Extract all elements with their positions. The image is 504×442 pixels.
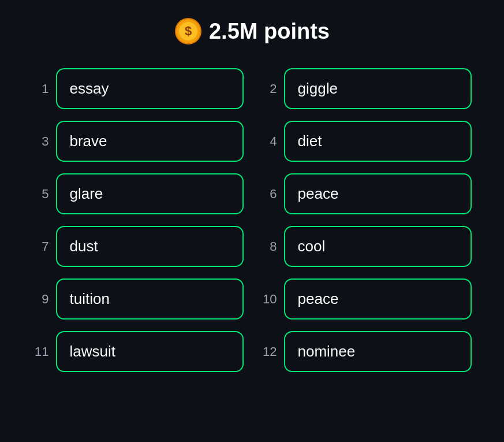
grid-item[interactable]: 9tuition <box>33 278 244 320</box>
word-box[interactable]: diet <box>284 121 472 162</box>
grid-item[interactable]: 12nominee <box>261 331 472 372</box>
word-box[interactable]: peace <box>284 173 472 214</box>
grid-item[interactable]: 3brave <box>33 121 244 162</box>
word-box[interactable]: dust <box>56 226 244 267</box>
item-number: 3 <box>33 134 49 149</box>
word-box[interactable]: peace <box>284 278 472 320</box>
grid-item[interactable]: 11lawsuit <box>33 331 244 372</box>
item-number: 9 <box>33 292 49 307</box>
item-number: 1 <box>33 81 49 96</box>
word-box[interactable]: lawsuit <box>56 331 244 372</box>
svg-text:$: $ <box>185 24 192 38</box>
word-grid: 1essay2giggle3brave4diet5glare6peace7dus… <box>33 68 472 372</box>
grid-item[interactable]: 1essay <box>33 68 244 109</box>
word-box[interactable]: nominee <box>284 331 472 372</box>
item-number: 6 <box>261 187 277 202</box>
grid-item[interactable]: 6peace <box>261 173 472 214</box>
grid-item[interactable]: 2giggle <box>261 68 472 109</box>
item-number: 8 <box>261 239 277 254</box>
grid-item[interactable]: 8cool <box>261 226 472 267</box>
item-number: 10 <box>261 292 277 307</box>
word-box[interactable]: glare <box>56 173 244 214</box>
word-box[interactable]: cool <box>284 226 472 267</box>
item-number: 12 <box>261 344 277 359</box>
grid-item[interactable]: 7dust <box>33 226 244 267</box>
points-title: 2.5M points <box>209 19 330 44</box>
grid-item[interactable]: 10peace <box>261 278 472 320</box>
item-number: 7 <box>33 239 49 254</box>
item-number: 4 <box>261 134 277 149</box>
item-number: 5 <box>33 187 49 202</box>
item-number: 11 <box>33 344 49 359</box>
word-box[interactable]: giggle <box>284 68 472 109</box>
grid-item[interactable]: 4diet <box>261 121 472 162</box>
word-box[interactable]: essay <box>56 68 244 109</box>
item-number: 2 <box>261 81 277 96</box>
word-box[interactable]: brave <box>56 121 244 162</box>
word-box[interactable]: tuition <box>56 278 244 320</box>
coin-icon: $ <box>174 17 202 45</box>
grid-item[interactable]: 5glare <box>33 173 244 214</box>
header: $ 2.5M points <box>174 17 330 45</box>
